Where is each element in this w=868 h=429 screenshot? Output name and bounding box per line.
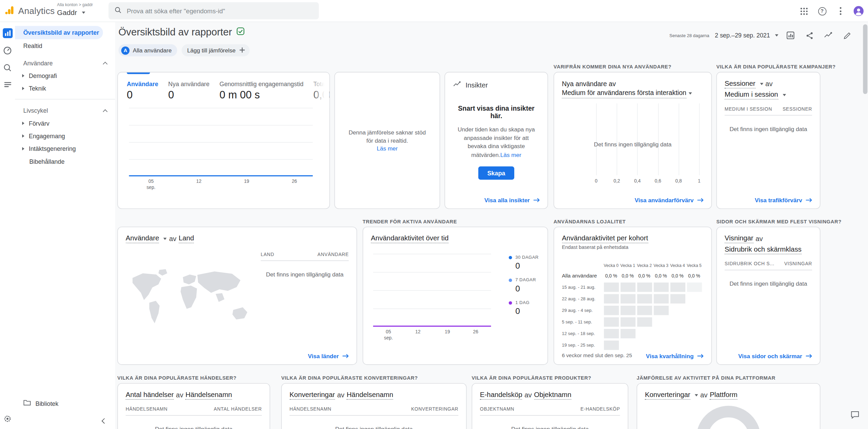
tab-avg-engagement-time[interactable]: Genomsnittlig engagemangstid 0 m 00 s bbox=[219, 73, 303, 101]
dimension-selector[interactable]: Medium i session bbox=[725, 91, 778, 99]
view-retention-link[interactable]: Visa kvarhållning bbox=[646, 353, 704, 359]
view-countries-link[interactable]: Visa länder bbox=[308, 353, 349, 359]
nav-item-realtime[interactable]: Realtid bbox=[15, 39, 115, 52]
nav-section-user[interactable]: Användare bbox=[15, 57, 115, 69]
create-insight-button[interactable]: Skapa bbox=[478, 166, 514, 180]
card-header[interactable]: Användaraktivitet per kohort bbox=[554, 227, 711, 243]
card-header[interactable]: Konverteringar av Plattform bbox=[637, 384, 820, 400]
card-header[interactable]: Sessioner av Medium i session bbox=[717, 73, 820, 100]
add-comparison-chip[interactable]: Lägg till jämförelse bbox=[182, 44, 249, 57]
nav-section-label: Användare bbox=[23, 60, 52, 66]
nav-item-retention[interactable]: Bibehållande bbox=[15, 155, 115, 168]
nav-item-monetization[interactable]: Intäktsgenerering bbox=[15, 142, 115, 155]
view-all-insights-link[interactable]: Visa alla insikter bbox=[484, 197, 540, 203]
realtime-note: Denna jämförelse saknar stöd för data i … bbox=[335, 73, 440, 208]
search-bar[interactable] bbox=[108, 2, 319, 19]
analytics-home-link[interactable]: Analytics bbox=[4, 0, 55, 22]
nav-divider bbox=[15, 99, 115, 100]
metric-selector[interactable]: Konverteringar bbox=[645, 391, 690, 400]
dimension-selector[interactable]: Land bbox=[179, 234, 194, 243]
nav-item-snapshot[interactable]: Översiktsbild av rapporter bbox=[15, 26, 103, 39]
metric-selector[interactable]: Konverteringar bbox=[290, 391, 335, 400]
cohort-row: 12 sep. - 18 sep. bbox=[562, 328, 704, 339]
section-title: VILKA ÄR DINA POPULÄRASTE KONVERTERINGAR… bbox=[281, 375, 418, 381]
segment-avatar: A bbox=[121, 46, 130, 54]
account-switcher[interactable]: Alla konton > gaddr Gaddr bbox=[57, 2, 93, 16]
explore-rail-icon[interactable] bbox=[2, 62, 12, 72]
share-icon[interactable] bbox=[803, 29, 816, 42]
reports-rail-icon[interactable] bbox=[2, 28, 12, 38]
metric-selector[interactable]: E-handelsköp bbox=[480, 391, 522, 400]
all-users-chip[interactable]: A Alla användare bbox=[119, 44, 177, 57]
view-pages-screens-link[interactable]: Visa sidor och skärmar bbox=[738, 353, 812, 359]
zero-baseline bbox=[129, 175, 313, 176]
metric-value: 0 bbox=[127, 89, 158, 101]
top-conversions-card: Konverteringar av Händelsenamn HÄNDELSEN… bbox=[281, 383, 467, 429]
metric-tabs: Användare 0 Nya användare 0 Genomsnittli… bbox=[118, 73, 330, 101]
feedback-chat-icon[interactable] bbox=[848, 408, 862, 422]
insights-icon[interactable] bbox=[822, 29, 835, 42]
collapse-nav-button[interactable] bbox=[97, 414, 111, 427]
card-header[interactable]: Antal händelser av Händelsenamn bbox=[118, 384, 270, 400]
learn-more-link[interactable]: Läs mer bbox=[377, 144, 398, 153]
tab-new-users[interactable]: Nya användare 0 bbox=[168, 73, 210, 101]
dimension-selector[interactable]: Plattform bbox=[710, 391, 737, 400]
tab-users[interactable]: Användare 0 bbox=[127, 73, 158, 101]
admin-gear-icon[interactable] bbox=[0, 414, 15, 424]
metric-selector[interactable]: Användare bbox=[126, 234, 159, 243]
card-header[interactable]: Användare av Land bbox=[118, 227, 356, 243]
section-title: VILKA ÄR DINA POPULÄRASTE KAMPANJER? bbox=[716, 64, 836, 69]
legend-dot bbox=[509, 301, 512, 304]
search-input[interactable] bbox=[127, 7, 313, 14]
scrollbar-thumb[interactable] bbox=[863, 24, 867, 94]
dimension-selector[interactable]: Sidrubrik och skärmklass bbox=[725, 245, 802, 254]
column-header: ANVÄNDARE bbox=[318, 252, 349, 257]
insights-body: Snart visas dina insikter här. Under tid… bbox=[445, 105, 548, 180]
world-map bbox=[126, 256, 263, 344]
dimension-selector[interactable]: Objektnamn bbox=[534, 391, 571, 400]
card-header[interactable]: E-handelsköp av Objektnamn bbox=[472, 384, 628, 400]
nav-section-lifecycle[interactable]: Livscykel bbox=[15, 105, 115, 117]
key-metrics-card: Användare 0 Nya användare 0 Genomsnittli… bbox=[117, 72, 330, 209]
metric-label: Genomsnittlig engagemangstid bbox=[219, 81, 303, 87]
nav-item-engagement[interactable]: Engagemang bbox=[15, 129, 115, 142]
edit-pencil-icon[interactable] bbox=[840, 29, 854, 42]
help-icon[interactable]: ? bbox=[817, 6, 827, 16]
view-traffic-acquisition-link[interactable]: Visa trafikförvärv bbox=[755, 197, 813, 203]
date-range-picker[interactable]: 2 sep.–29 sep. 2021 bbox=[715, 32, 778, 38]
data-table: HÄNDELSENAMN KONVERTERINGAR Det finns in… bbox=[290, 406, 458, 429]
card-header[interactable]: Konverteringar av Händelsenamn bbox=[282, 384, 466, 400]
dimension-selector[interactable]: Medium för användarens första interaktio… bbox=[562, 89, 686, 99]
metric-selector[interactable]: Visningar bbox=[725, 234, 753, 243]
dimension-selector[interactable]: Händelsenamn bbox=[347, 391, 393, 400]
top-products-card: E-handelsköp av Objektnamn OBJEKTNAMN E-… bbox=[472, 383, 628, 429]
advertising-rail-icon[interactable] bbox=[2, 80, 12, 90]
chevron-down-icon bbox=[775, 34, 778, 36]
card-header[interactable]: Användaraktivitet över tid bbox=[363, 227, 548, 243]
chevron-down-icon bbox=[82, 11, 86, 13]
empty-state: Det finns ingen tillgänglig data bbox=[126, 426, 262, 429]
dimension-selector[interactable]: Händelsenamn bbox=[185, 391, 232, 400]
pages-views-card: Visningar av Sidrubrik och skärmklass SI… bbox=[716, 227, 820, 365]
tab-total-revenue[interactable]: Total intäkt 0,00 bbox=[314, 73, 330, 101]
view-user-acquisition-link[interactable]: Visa användarförvärv bbox=[635, 197, 704, 203]
user-avatar[interactable] bbox=[854, 6, 864, 16]
home-rail-icon[interactable] bbox=[2, 45, 12, 55]
chevron-left-icon bbox=[101, 418, 107, 424]
user-loyalty-card: Användaraktivitet per kohort Endast base… bbox=[553, 227, 712, 365]
nav-item-tech[interactable]: Teknik bbox=[15, 82, 115, 94]
data-quality-icon[interactable] bbox=[237, 27, 245, 38]
nav-label: Bibehållande bbox=[29, 158, 64, 164]
more-vert-icon[interactable] bbox=[835, 6, 845, 16]
metric-selector[interactable]: Antal händelser bbox=[126, 391, 174, 400]
customize-report-icon[interactable] bbox=[784, 29, 797, 42]
nav-section-label: Livscykel bbox=[23, 107, 48, 114]
card-header[interactable]: Nya användare av Medium för användarens … bbox=[554, 73, 711, 99]
google-apps-icon[interactable] bbox=[799, 6, 809, 16]
learn-more-link[interactable]: Läs mer bbox=[500, 151, 521, 158]
nav-item-library[interactable]: Bibliotek bbox=[23, 400, 58, 407]
card-header[interactable]: Visningar av Sidrubrik och skärmklass bbox=[717, 227, 820, 254]
metric-selector[interactable]: Sessioner bbox=[725, 80, 755, 89]
nav-item-acquisition[interactable]: Förvärv bbox=[15, 117, 115, 129]
nav-item-demographics[interactable]: Demografi bbox=[15, 69, 115, 82]
